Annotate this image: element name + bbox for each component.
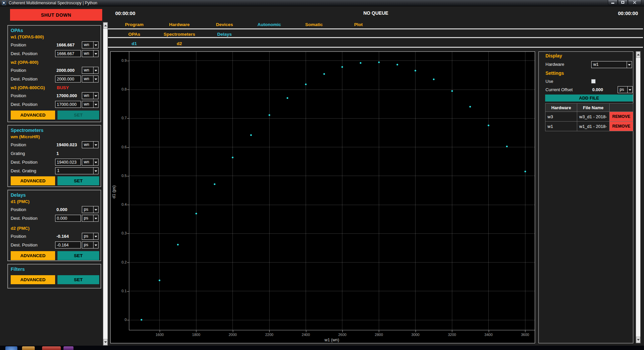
w3-position-units-select[interactable]: wn [82, 92, 99, 99]
data-point [141, 319, 142, 321]
w3-dest-input[interactable] [55, 101, 81, 108]
remove-file-button[interactable]: REMOVE [610, 112, 633, 121]
tab-delays[interactable]: Delays [217, 32, 232, 37]
purple-app-icon[interactable] [63, 346, 73, 350]
hardware-select[interactable]: w1 [591, 61, 632, 68]
w1-dest-units-select[interactable]: wn [82, 50, 99, 57]
tab-autonomic[interactable]: Autonomic [258, 22, 281, 27]
add-file-button[interactable]: ADD FILE [545, 95, 633, 102]
y-tick-mark [127, 233, 129, 234]
app-icon [2, 1, 6, 5]
restore-button[interactable] [618, 0, 628, 5]
tab-spectrometers[interactable]: Spectrometers [164, 32, 195, 37]
filters-advanced-button[interactable]: ADVANCED [11, 275, 55, 284]
chevron-down-icon[interactable] [93, 168, 98, 174]
scroll-down-icon[interactable] [103, 339, 108, 345]
chevron-down-icon[interactable] [93, 206, 98, 213]
chevron-down-icon[interactable] [93, 233, 98, 239]
x-tick-mark [306, 330, 306, 332]
column-header-action [610, 104, 633, 112]
chevron-down-icon[interactable] [93, 142, 98, 148]
wm-position-units-select[interactable]: wn [82, 141, 99, 148]
remove-file-button[interactable]: REMOVE [610, 122, 633, 131]
gridline [379, 52, 379, 330]
tab-somatic[interactable]: Somatic [305, 22, 323, 27]
tab-plot[interactable]: Plot [354, 22, 363, 27]
w2-dest-input[interactable] [55, 75, 81, 82]
cell-hardware: w1 [545, 122, 577, 131]
d2-position-units-select[interactable]: ps [82, 233, 99, 240]
chevron-down-icon[interactable] [93, 42, 98, 48]
d1-dest-input[interactable] [55, 215, 81, 222]
delays-group-title: Delays [11, 192, 26, 198]
tab-d1[interactable]: d1 [132, 41, 137, 46]
d2-dest-input[interactable] [55, 241, 81, 248]
chevron-down-icon[interactable] [93, 215, 98, 221]
wm-dest-grating-select[interactable]: 1 [55, 167, 99, 174]
wm-position-label: Position [11, 142, 26, 147]
w3-position-value: 17000.000 [56, 93, 82, 98]
tab-hardware[interactable]: Hardware [169, 22, 190, 27]
wm-dest-grating-label: Dest. Grating [11, 168, 36, 173]
scroll-up-icon[interactable] [103, 22, 108, 29]
panel-scrollbar[interactable] [636, 51, 641, 343]
chevron-down-icon[interactable] [93, 67, 98, 73]
current-offset-value: 0.000 [592, 87, 603, 92]
w1-dest-input[interactable] [55, 50, 81, 57]
opas-group: OPAs w1 (TOPAS-800) Position 1666.667 wn… [7, 25, 101, 122]
chevron-down-icon[interactable] [93, 101, 98, 108]
chevron-down-icon[interactable] [93, 50, 98, 57]
filters-set-button[interactable]: SET [57, 275, 99, 284]
offset-units-select[interactable]: ps [618, 86, 633, 93]
plot-canvas[interactable]: 1600180020002200240026002800300032003400… [129, 52, 535, 330]
chevron-down-icon[interactable] [93, 242, 98, 248]
gridline [129, 233, 535, 234]
spectrometers-advanced-button[interactable]: ADVANCED [11, 176, 55, 185]
w1-position-units-select[interactable]: wn [82, 41, 99, 48]
wm-dest-units-select[interactable]: wn [82, 159, 99, 166]
shutdown-button[interactable]: SHUT DOWN [10, 9, 102, 21]
chevron-down-icon[interactable] [93, 159, 98, 165]
d1-dest-units-select[interactable]: ps [82, 215, 99, 222]
tab-program[interactable]: Program [125, 22, 144, 27]
delays-set-button[interactable]: SET [57, 251, 99, 260]
chevron-down-icon[interactable] [93, 93, 98, 99]
scroll-up-icon[interactable] [636, 51, 640, 58]
sidebar-scrollbar[interactable] [103, 22, 108, 346]
blue-app-icon[interactable] [5, 346, 17, 350]
chevron-down-icon[interactable] [93, 76, 98, 82]
x-tick-mark [269, 330, 270, 332]
orange-app-icon[interactable] [22, 346, 35, 350]
chevron-down-icon[interactable] [627, 61, 632, 68]
elapsed-timer: 00:00:00 [115, 10, 135, 16]
tab-d2[interactable]: d2 [177, 41, 182, 46]
device-name-w3: w3 (OPA-800CG) [11, 85, 45, 90]
opas-set-button[interactable]: SET [57, 111, 99, 120]
minimize-button[interactable] [608, 0, 618, 5]
data-point [433, 78, 435, 80]
gray-app-icon[interactable] [104, 346, 117, 350]
wm-dest-input[interactable] [55, 159, 81, 166]
tab-opas[interactable]: OPAs [128, 32, 140, 37]
delays-advanced-button[interactable]: ADVANCED [11, 251, 55, 260]
opas-advanced-button[interactable]: ADVANCED [11, 111, 55, 120]
cell-filename: w1_d1 - 2018- [577, 122, 610, 131]
w2-position-units-select[interactable]: wn [82, 67, 99, 74]
x-tick-mark [233, 330, 233, 332]
w2-dest-units-select[interactable]: wn [82, 75, 99, 82]
w3-dest-units-select[interactable]: wn [82, 101, 99, 108]
spectrometers-set-button[interactable]: SET [57, 176, 99, 185]
x-tick-mark [452, 330, 452, 332]
d2-dest-units-select[interactable]: ps [82, 241, 99, 248]
tab-devices[interactable]: Devices [216, 22, 233, 27]
d1-position-units-select[interactable]: ps [82, 206, 99, 213]
scroll-down-icon[interactable] [636, 337, 640, 343]
x-tick-label: 2200 [259, 333, 279, 337]
minimize-icon [611, 3, 614, 4]
red-app-icon[interactable] [42, 346, 61, 350]
data-point [451, 90, 453, 92]
close-button[interactable] [628, 0, 641, 5]
gridline [269, 52, 270, 330]
use-checkbox[interactable] [591, 79, 596, 83]
chevron-down-icon[interactable] [627, 86, 632, 93]
